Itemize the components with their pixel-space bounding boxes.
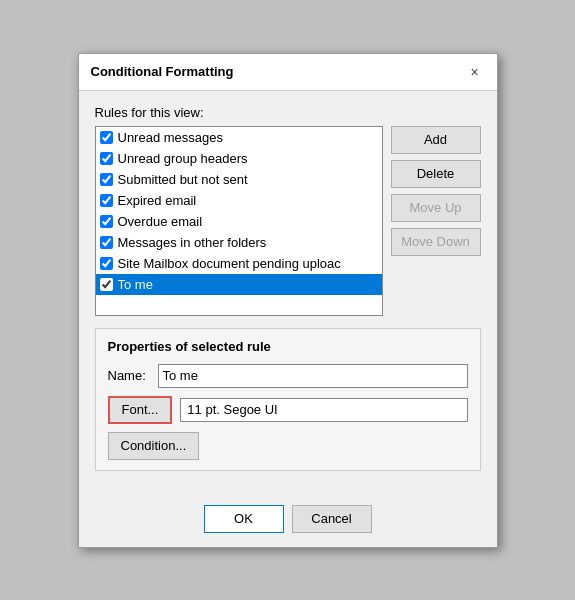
properties-title: Properties of selected rule <box>108 339 468 354</box>
properties-section: Properties of selected rule Name: Font..… <box>95 328 481 471</box>
rule-item-label: Site Mailbox document pending uploac <box>118 256 341 271</box>
rule-checkbox[interactable] <box>100 278 113 291</box>
rule-item[interactable]: Unread group headers <box>96 148 382 169</box>
rule-item-label: Unread group headers <box>118 151 248 166</box>
dialog-title: Conditional Formatting <box>91 64 234 79</box>
rules-list[interactable]: Unread messagesUnread group headersSubmi… <box>95 126 383 316</box>
dialog-footer: OK Cancel <box>79 497 497 547</box>
rule-item-label: Overdue email <box>118 214 203 229</box>
rule-checkbox[interactable] <box>100 173 113 186</box>
rule-item[interactable]: Unread messages <box>96 127 382 148</box>
name-row: Name: <box>108 364 468 388</box>
rule-item-label: Expired email <box>118 193 197 208</box>
name-input[interactable] <box>158 364 468 388</box>
close-button[interactable]: × <box>465 62 485 82</box>
title-bar: Conditional Formatting × <box>79 54 497 91</box>
rule-checkbox[interactable] <box>100 236 113 249</box>
ok-button[interactable]: OK <box>204 505 284 533</box>
rule-checkbox[interactable] <box>100 194 113 207</box>
conditional-formatting-dialog: Conditional Formatting × Rules for this … <box>78 53 498 548</box>
rule-item[interactable]: Site Mailbox document pending uploac <box>96 253 382 274</box>
condition-button[interactable]: Condition... <box>108 432 200 460</box>
font-row: Font... 11 pt. Segoe UI <box>108 396 468 424</box>
dialog-body: Rules for this view: Unread messagesUnre… <box>79 91 497 497</box>
rules-list-wrapper: Unread messagesUnread group headersSubmi… <box>95 126 383 316</box>
delete-button[interactable]: Delete <box>391 160 481 188</box>
rule-item[interactable]: Submitted but not sent <box>96 169 382 190</box>
add-button[interactable]: Add <box>391 126 481 154</box>
name-label: Name: <box>108 368 158 383</box>
font-display: 11 pt. Segoe UI <box>180 398 467 422</box>
rules-buttons: Add Delete Move Up Move Down <box>391 126 481 316</box>
rule-checkbox[interactable] <box>100 257 113 270</box>
move-up-button[interactable]: Move Up <box>391 194 481 222</box>
rule-item[interactable]: Messages in other folders <box>96 232 382 253</box>
cancel-button[interactable]: Cancel <box>292 505 372 533</box>
rule-item-label: Unread messages <box>118 130 224 145</box>
rule-item-label: Submitted but not sent <box>118 172 248 187</box>
rule-item-label: Messages in other folders <box>118 235 267 250</box>
font-button[interactable]: Font... <box>108 396 173 424</box>
rule-item[interactable]: Overdue email <box>96 211 382 232</box>
rule-item[interactable]: To me <box>96 274 382 295</box>
rule-checkbox[interactable] <box>100 215 113 228</box>
move-down-button[interactable]: Move Down <box>391 228 481 256</box>
rule-item-label: To me <box>118 277 153 292</box>
rules-area: Unread messagesUnread group headersSubmi… <box>95 126 481 316</box>
rule-item[interactable]: Expired email <box>96 190 382 211</box>
rule-checkbox[interactable] <box>100 152 113 165</box>
rule-checkbox[interactable] <box>100 131 113 144</box>
rules-section-label: Rules for this view: <box>95 105 481 120</box>
